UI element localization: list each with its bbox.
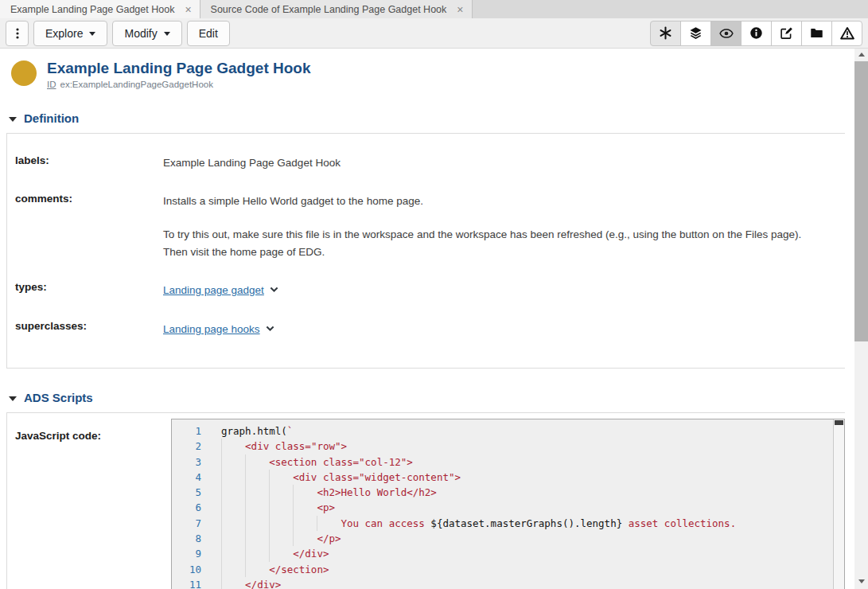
code-field-label: JavaScript code: (15, 419, 171, 589)
code-line[interactable]: You can access ${dataset.masterGraphs().… (221, 516, 833, 531)
page-title: Example Landing Page Gadget Hook (47, 59, 311, 78)
code-line[interactable]: <div class="widget-content"> (221, 470, 833, 485)
code-token: <section class="col-12"> (269, 456, 413, 468)
property-paragraph: Installs a simple Hello World gadget to … (163, 193, 813, 210)
indent-guide (293, 500, 317, 515)
indent-guide (269, 500, 293, 515)
code-editor-scrollbar[interactable] (833, 419, 844, 589)
tab-close-icon[interactable]: × (185, 4, 191, 15)
code-token: <div class="widget-content"> (293, 471, 461, 483)
kebab-menu-button[interactable] (6, 21, 29, 46)
warning-button[interactable] (831, 21, 862, 46)
folder-button[interactable] (801, 21, 832, 46)
indent-guide (245, 470, 269, 485)
property-value: Installs a simple Hello World gadget to … (163, 193, 845, 261)
code-token: <h2>Hello World</h2> (317, 486, 437, 498)
app-window: Example Landing Page Gadget Hook×Source … (0, 0, 868, 589)
ads-scripts-section-header[interactable]: ADS Scripts (9, 391, 854, 404)
code-line[interactable]: <div class="row"> (221, 439, 833, 454)
code-line[interactable]: <section class="col-12"> (221, 454, 833, 470)
explore-button[interactable]: Explore (33, 21, 107, 46)
edit-note-button[interactable] (771, 21, 802, 46)
kebab-icon (11, 27, 24, 40)
line-number: 6 (172, 500, 201, 515)
asterisk-icon (659, 26, 672, 40)
scroll-down-arrow[interactable] (854, 575, 868, 587)
code-line[interactable]: </section> (221, 562, 833, 577)
property-row: superclasses:Landing page hooks (7, 320, 845, 338)
indent-guide (221, 500, 245, 515)
toolbar-icon-buttons (650, 21, 862, 46)
indent-guide (269, 531, 293, 546)
section-title: ADS Scripts (24, 391, 93, 404)
layers-button[interactable] (680, 21, 711, 46)
code-gutter: 123456789101112 (172, 419, 209, 589)
layers-icon (689, 26, 703, 40)
indent-guide (221, 531, 245, 546)
code-token: </div> (293, 548, 329, 560)
page-scroll-thumb[interactable] (854, 61, 868, 341)
code-token: </div> (245, 579, 281, 589)
caret-down-icon (164, 32, 170, 36)
code-token: <p> (317, 501, 335, 513)
ads-scripts-section: ADS Scripts JavaScript code: 12345678910… (0, 391, 854, 589)
line-number: 4 (172, 470, 201, 485)
code-line[interactable]: </p> (221, 531, 833, 546)
tab-bar: Example Landing Page Gadget Hook×Source … (0, 0, 868, 18)
tab-close-icon[interactable]: × (457, 4, 463, 15)
indent-guide (221, 454, 245, 470)
id-label: ID (47, 80, 56, 89)
info-button[interactable] (741, 21, 772, 46)
toolbar-menu-buttons: ExploreModifyEdit (33, 21, 230, 46)
tab-inactive[interactable]: Source Code of Example Landing Page Gadg… (200, 0, 473, 18)
entity-badge (11, 60, 37, 86)
page-body: Example Landing Page Gadget Hook IDex:Ex… (0, 49, 854, 589)
asterisk-button[interactable] (650, 21, 681, 46)
code-line[interactable]: </div> (221, 546, 833, 561)
collapse-caret-icon[interactable] (9, 117, 17, 122)
code-token: asset collections. (622, 517, 736, 529)
tab-label: Example Landing Page Gadget Hook (10, 4, 174, 15)
chevron-down-icon[interactable] (270, 281, 278, 298)
indent-guide (245, 500, 269, 515)
tab-active[interactable]: Example Landing Page Gadget Hook× (0, 0, 200, 18)
edit-button[interactable]: Edit (187, 21, 230, 46)
definition-properties: labels:Example Landing Page Gadget Hookc… (6, 133, 845, 369)
eye-icon (719, 26, 734, 41)
collapse-caret-icon[interactable] (9, 396, 17, 401)
line-number: 9 (172, 546, 201, 561)
code-editor-scroll-thumb[interactable] (835, 420, 843, 425)
indent-guide (221, 470, 245, 485)
definition-section-header[interactable]: Definition (9, 111, 854, 125)
scroll-up-arrow[interactable] (854, 49, 868, 60)
button-label: Explore (45, 27, 83, 40)
indent-guide (245, 562, 269, 577)
line-number: 8 (172, 531, 201, 546)
code-line[interactable]: <p> (221, 500, 833, 515)
caret-down-icon (89, 32, 95, 36)
chevron-down-icon[interactable] (266, 320, 274, 337)
line-number: 11 (172, 577, 201, 589)
code-token: </section> (269, 564, 329, 575)
property-label: types: (7, 281, 163, 299)
property-link[interactable]: Landing page hooks (163, 323, 260, 335)
modify-button[interactable]: Modify (112, 21, 181, 46)
code-line[interactable]: graph.html(` (221, 423, 833, 439)
property-link[interactable]: Landing page gadget (163, 284, 264, 296)
indent-guide (221, 577, 245, 589)
property-label: comments: (7, 193, 163, 261)
code-editor[interactable]: 123456789101112 graph.html(`<div class="… (171, 419, 845, 589)
property-row: types:Landing page gadget (7, 281, 845, 299)
page-scrollbar[interactable] (854, 49, 868, 589)
code-line[interactable]: </div> (221, 577, 833, 589)
code-lines[interactable]: graph.html(`<div class="row"><section cl… (209, 419, 833, 589)
arrow-down-icon (858, 579, 865, 583)
line-number: 3 (172, 454, 201, 470)
indent-guide (245, 454, 269, 470)
indent-guide (269, 546, 293, 561)
code-token: ` (287, 425, 294, 437)
code-line[interactable]: <h2>Hello World</h2> (221, 485, 833, 500)
indent-guide (269, 516, 293, 531)
eye-button[interactable] (710, 21, 741, 46)
indent-guide (245, 531, 269, 546)
